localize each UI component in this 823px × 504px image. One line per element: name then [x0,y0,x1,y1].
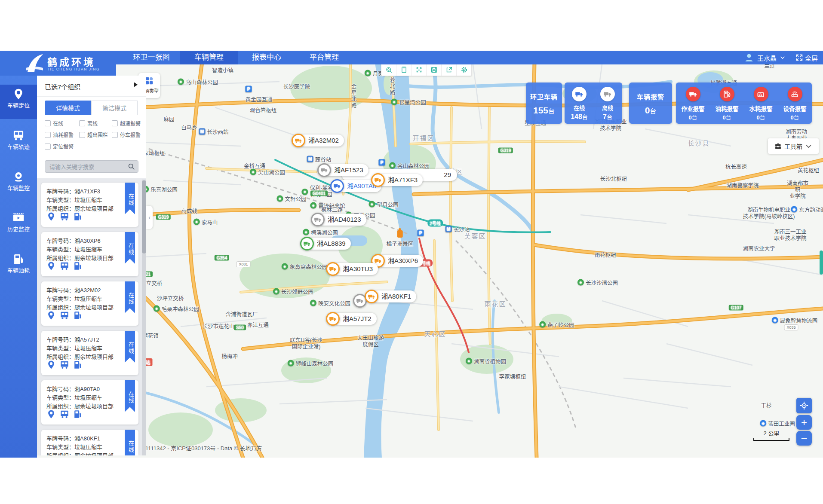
map-label: 含浦街道瓦厂 [225,310,258,318]
vehicle-card[interactable]: 车牌号码：湘A30XP6车辆类型：垃圾压缩车所属组织：厨余垃圾项目部在线 [41,232,138,276]
fuel-vehicle-icon[interactable] [73,360,83,370]
sidebar: 车辆定位车辆轨迹车辆监控历史监控车辆油耗 [0,64,37,458]
tab-detail-mode[interactable]: 详情模式 [45,101,91,115]
expand-arrow-icon[interactable] [134,82,138,87]
fuel-vehicle-icon[interactable] [73,409,83,419]
stat-online-label: 在线 [565,104,593,112]
sidebar-item-2[interactable]: 车辆轨迹 [0,126,37,160]
map-label: 长沙北枢纽 [600,174,627,183]
water-alarm-icon [754,87,768,101]
vehicle-type: 车辆类型：垃圾压缩车 [46,344,102,352]
track-vehicle-icon[interactable] [60,311,69,320]
fuel-vehicle-icon[interactable] [73,212,83,221]
filter-2[interactable]: 离线 [79,119,112,127]
map-label: P [379,159,385,166]
org-selector[interactable]: 已选7个组织 [37,76,146,97]
crosshair-icon [799,401,809,410]
filter-4[interactable]: 油耗报警 [45,131,79,138]
search-icon[interactable] [128,163,135,170]
filter-1[interactable]: 在线 [45,119,79,127]
expand-icon[interactable] [412,64,427,76]
checkbox-icon[interactable] [112,120,118,126]
sidebar-item-4[interactable]: 历史监控 [0,208,37,243]
vehicle-card[interactable]: 车牌号码：湘A71XF3车辆类型：垃圾压缩车所属组织：厨余垃圾项目部在线 [41,183,138,227]
locate-button[interactable] [796,398,812,413]
app-title: 鹤成环境 [47,54,95,69]
fullscreen-button[interactable]: 全屏 [795,53,818,62]
map-label-text: 乐喜湖公园 [150,185,178,193]
zoom-in-button[interactable]: + [796,415,812,430]
tab-simple-mode[interactable]: 简洁模式 [91,101,138,115]
map-label: G319 [498,148,513,153]
username[interactable]: 王水晶 [757,53,777,62]
map-label: ◆蓝田工业园 [760,419,795,428]
map-label: P [246,86,252,92]
map-label: 枫林三路 [321,205,343,214]
checkbox-icon[interactable] [79,120,85,126]
map-label-text: 橘子洲景区 [387,239,414,247]
locate-vehicle-icon[interactable] [46,311,56,320]
vehicle-card[interactable]: 车牌号码：湘A32M02车辆类型：垃圾压缩车所属组织：厨余垃圾项目部在线 [41,281,138,326]
sidebar-item-1[interactable]: 车辆定位 [0,85,37,119]
gear-icon[interactable] [457,64,471,76]
track-vehicle-icon[interactable] [60,360,69,370]
stat-total-value: 155 [533,105,548,115]
export-icon[interactable] [442,64,457,76]
vehicle-plate: 车牌号码：湘A32M02 [46,286,101,294]
checkbox-icon[interactable] [45,120,51,126]
locate-vehicle-icon[interactable] [46,261,56,271]
fuel-vehicle-icon[interactable] [73,261,83,271]
checkbox-icon[interactable] [112,132,118,138]
sidebar-item-3[interactable]: 车辆监控 [0,167,37,202]
checkbox-icon[interactable] [79,132,85,138]
sidebar-item-label: 车辆油耗 [0,266,37,274]
filter-7[interactable]: 定位报警 [45,143,79,150]
map-label: 金星北路 [350,84,358,109]
track-vehicle-icon[interactable] [60,212,69,221]
app-subtitle: HE CHENG HUAN JING [48,67,100,71]
zoomsearch-icon[interactable] [381,64,396,76]
checkbox-icon[interactable] [45,144,51,150]
filter-3[interactable]: 超速报警 [112,119,141,127]
chevron-down-icon[interactable] [780,55,786,61]
vehicle-marker-label: 湘AD40123 [317,214,366,226]
filter-5[interactable]: 超出围栏 [79,131,112,138]
fuel-icon [12,253,25,265]
fuel-vehicle-icon[interactable] [73,311,83,320]
vehicle-actions [46,261,83,271]
panel-collapse-handle[interactable] [146,206,153,229]
vehicle-actions [46,409,83,419]
locate-vehicle-icon[interactable] [46,409,56,419]
zoom-out-button[interactable]: − [796,431,812,446]
checkbox-icon[interactable] [45,132,51,138]
status-badge: 在线 [125,281,135,313]
save-icon[interactable] [427,64,442,76]
user-area[interactable]: 王水晶 全屏 [744,51,818,64]
vehicle-plate: 车牌号码：湘A71XF3 [46,187,100,195]
sidebar-item-5[interactable]: 车辆油耗 [0,250,37,284]
locate-vehicle-icon[interactable] [46,212,56,221]
nav-tab-3[interactable]: 报表中心 [238,51,295,64]
frame-icon[interactable] [396,64,412,76]
map-label-text: 长沙郊野公园 [281,287,313,296]
map-label: 开福区 [412,133,434,142]
nav-tab-1[interactable]: 环卫一张图 [123,51,180,64]
vehicle-type: 车辆类型：垃圾压缩车 [46,393,102,401]
toolbox-button[interactable]: 工具箱 [768,138,819,154]
vehicle-type: 车辆类型：垃圾压缩车 [46,294,102,302]
panel-scrollbar-thumb[interactable] [142,180,146,254]
filter-6[interactable]: 停车报警 [112,131,141,138]
vehicle-card[interactable]: 车牌号码：湘A57JT2车辆类型：垃圾压缩车所属组织：厨余垃圾项目部在线 [41,331,138,375]
track-vehicle-icon[interactable] [60,409,69,419]
track-vehicle-icon[interactable] [60,261,69,271]
nav-tab-4[interactable]: 平台管理 [295,51,353,64]
stat-alarm-1: 作业报警0台 [676,82,710,124]
nav-tab-2[interactable]: 车辆管理 [180,51,238,64]
vehicle-card[interactable]: 车牌号码：湘A90TA0车辆类型：垃圾压缩车所属组织：厨余垃圾项目部在线 [41,380,138,425]
right-edge-scrollbar[interactable] [820,250,823,275]
search-input[interactable] [49,162,126,172]
panel-scrollbar-track[interactable] [142,180,146,455]
map-label-text: 尖山湖公园 [258,168,285,176]
locate-vehicle-icon[interactable] [46,360,56,370]
vehicle-card[interactable]: 车牌号码：湘A80KF1车辆类型：垃圾压缩车所属组织：厨余垃圾项目部在线 [41,430,138,455]
